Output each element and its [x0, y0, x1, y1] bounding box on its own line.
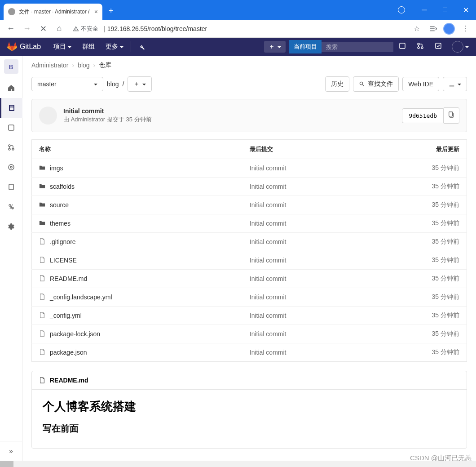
issues-icon[interactable] — [393, 42, 411, 51]
browser-titlebar: 文件 · master · Administrator / × + ─ □ ✕ — [0, 0, 476, 20]
nav-groups[interactable]: 群组 — [77, 38, 100, 56]
file-tree-table: 名称 最后提交 最后更新 imgsInitial commit35 分钟前sca… — [31, 139, 467, 362]
gitlab-logo[interactable]: GitLab — [7, 42, 41, 52]
sidebar-expand-button[interactable]: » — [0, 441, 22, 461]
web-ide-button[interactable]: Web IDE — [402, 77, 439, 91]
file-name-text[interactable]: imgs — [50, 165, 63, 172]
file-commit-msg[interactable]: Initial commit — [242, 288, 366, 307]
admin-wrench-icon[interactable] — [133, 38, 150, 56]
table-row[interactable]: scaffoldsInitial commit35 分钟前 — [32, 178, 467, 196]
insecure-warning-icon[interactable]: 不安全 — [73, 25, 98, 33]
nav-home-button[interactable]: ⌂ — [52, 22, 66, 36]
file-commit-msg[interactable]: Initial commit — [242, 178, 366, 196]
file-commit-msg[interactable]: Initial commit — [242, 307, 366, 325]
sidebar-item-wiki[interactable] — [0, 177, 22, 197]
bookmark-star-icon[interactable]: ☆ — [410, 22, 424, 36]
file-name-text[interactable]: source — [50, 201, 69, 209]
commit-sha[interactable]: 9d651edb — [402, 108, 444, 123]
merge-requests-icon[interactable] — [411, 42, 429, 51]
search-input[interactable] — [326, 44, 401, 50]
last-commit-box: Initial commit 由 Administrator 提交于 35 分钟… — [31, 99, 467, 132]
nav-projects[interactable]: 项目 — [48, 38, 77, 56]
col-commit: 最后提交 — [242, 140, 366, 159]
branch-select[interactable]: master — [31, 77, 103, 91]
file-commit-msg[interactable]: Initial commit — [242, 325, 366, 343]
readme-filename[interactable]: README.md — [50, 377, 88, 384]
find-file-button[interactable]: 查找文件 — [353, 76, 399, 92]
window-maximize-button[interactable]: □ — [435, 3, 455, 17]
file-name-text[interactable]: _config.yml — [50, 312, 82, 319]
breadcrumb-owner[interactable]: Administrator — [31, 62, 68, 69]
file-commit-msg[interactable]: Initial commit — [242, 214, 366, 233]
table-row[interactable]: package-lock.jsonInitial commit35 分钟前 — [32, 325, 467, 343]
browser-menu-icon[interactable]: ⋮ — [458, 22, 472, 36]
sidebar-item-snippets[interactable] — [0, 197, 22, 217]
svg-point-3 — [421, 47, 423, 49]
table-row[interactable]: themesInitial commit35 分钟前 — [32, 214, 467, 233]
file-name-text[interactable]: _config.landscape.yml — [50, 294, 112, 301]
nav-stop-button[interactable]: ✕ — [36, 22, 50, 36]
table-row[interactable]: imgsInitial commit35 分钟前 — [32, 159, 467, 178]
url-input[interactable]: 不安全 | 192.168.26.55/root/blog/tree/maste… — [68, 22, 408, 36]
file-name-text[interactable]: scaffolds — [50, 183, 75, 190]
file-name-text[interactable]: .gitignore — [50, 238, 76, 245]
todos-icon[interactable] — [429, 42, 447, 51]
folder-icon — [39, 183, 45, 191]
nav-forward-button[interactable]: → — [20, 22, 34, 36]
tree-add-button[interactable]: ＋ — [128, 76, 152, 92]
file-name-text[interactable]: themes — [50, 220, 71, 227]
table-row[interactable]: README.mdInitial commit35 分钟前 — [32, 270, 467, 288]
file-name-text[interactable]: README.md — [50, 275, 87, 282]
table-row[interactable]: _config.landscape.ymlInitial commit35 分钟… — [32, 288, 467, 307]
table-row[interactable]: _config.ymlInitial commit35 分钟前 — [32, 307, 467, 325]
copy-sha-button[interactable] — [444, 107, 459, 124]
nav-divider — [131, 41, 131, 52]
tab-close-icon[interactable]: × — [90, 8, 98, 15]
sidebar-item-settings[interactable] — [0, 217, 22, 236]
svg-point-10 — [10, 166, 12, 168]
sidebar-item-issues[interactable] — [0, 118, 22, 138]
history-button[interactable]: 历史 — [325, 76, 349, 92]
profile-avatar[interactable] — [442, 22, 456, 36]
file-commit-msg[interactable]: Initial commit — [242, 270, 366, 288]
download-button[interactable] — [443, 77, 467, 91]
table-row[interactable]: .gitignoreInitial commit35 分钟前 — [32, 233, 467, 251]
sidebar-item-overview[interactable] — [0, 78, 22, 98]
search-icon — [359, 81, 365, 87]
table-row[interactable]: sourceInitial commit35 分钟前 — [32, 196, 467, 214]
file-name-text[interactable]: package.json — [50, 349, 87, 356]
file-name-text[interactable]: package-lock.json — [50, 330, 100, 338]
new-dropdown-button[interactable]: ＋ — [264, 41, 286, 53]
browser-tab[interactable]: 文件 · master · Administrator / × — [4, 4, 102, 20]
readme-panel: README.md 个人博客系统搭建 写在前面 — [31, 371, 467, 449]
file-commit-msg[interactable]: Initial commit — [242, 233, 366, 251]
file-commit-msg[interactable]: Initial commit — [242, 251, 366, 270]
nav-back-button[interactable]: ← — [4, 22, 18, 36]
horizontal-scrollbar[interactable] — [0, 461, 476, 467]
user-avatar[interactable] — [452, 41, 463, 53]
table-row[interactable]: LICENSEInitial commit35 分钟前 — [32, 251, 467, 270]
window-minimize-button[interactable]: ─ — [414, 3, 435, 17]
header-search[interactable] — [322, 42, 393, 52]
file-name-text[interactable]: LICENSE — [50, 257, 77, 264]
breadcrumb-project[interactable]: blog — [78, 62, 89, 69]
sidebar-item-cicd[interactable] — [0, 157, 22, 177]
chevron-down-icon — [458, 80, 461, 88]
reading-list-icon[interactable] — [426, 22, 440, 36]
commit-title[interactable]: Initial commit — [63, 107, 402, 115]
project-avatar[interactable]: B — [4, 59, 18, 74]
nav-more[interactable]: 更多 — [100, 38, 129, 56]
file-commit-msg[interactable]: Initial commit — [242, 343, 366, 362]
tree-path[interactable]: blog — [107, 80, 119, 88]
sidebar-item-repository[interactable] — [0, 98, 22, 118]
table-row[interactable]: package.jsonInitial commit35 分钟前 — [32, 343, 467, 362]
file-updated: 35 分钟前 — [365, 307, 467, 325]
file-commit-msg[interactable]: Initial commit — [242, 196, 366, 214]
clipboard-icon — [448, 111, 454, 118]
window-close-button[interactable]: ✕ — [455, 3, 476, 17]
account-indicator-icon[interactable] — [398, 6, 405, 13]
new-tab-button[interactable]: + — [102, 6, 120, 16]
file-commit-msg[interactable]: Initial commit — [242, 159, 366, 178]
sidebar-item-merge-requests[interactable] — [0, 138, 22, 157]
commit-author-avatar[interactable] — [39, 107, 57, 125]
